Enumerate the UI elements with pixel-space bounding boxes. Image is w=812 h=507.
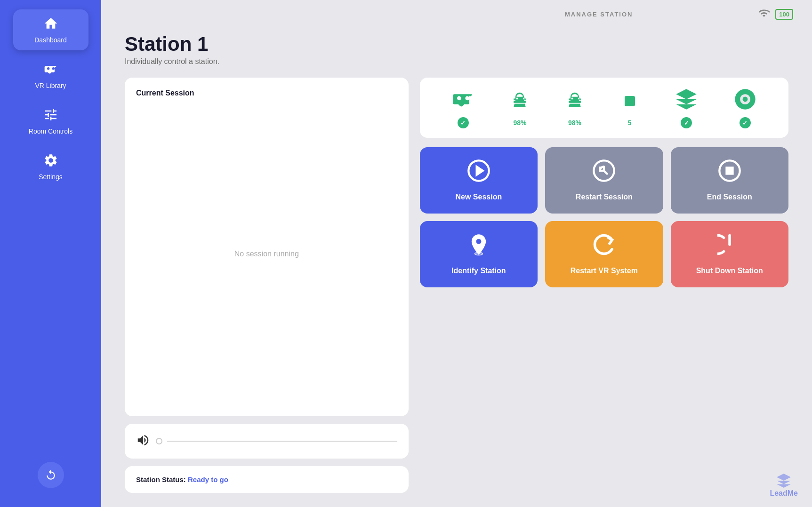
identify-station-label: Identify Station [451, 266, 506, 276]
volume-slider-container [156, 438, 397, 444]
shut-down-label: Shut Down Station [696, 266, 763, 276]
sidebar-item-settings-label: Settings [39, 173, 63, 181]
page-header: Station 1 Individually control a station… [125, 33, 788, 66]
svg-point-3 [742, 97, 748, 102]
power-icon [717, 232, 742, 260]
volume-card [125, 424, 409, 459]
topbar: MANAGE STATION 100 [101, 0, 812, 28]
headset-icon [451, 87, 475, 113]
restart-vr-label: Restart VR System [571, 266, 638, 276]
sidebar-item-dashboard-label: Dashboard [34, 36, 67, 44]
volume-icon [136, 433, 150, 449]
wifi-icon [758, 8, 770, 21]
tracker-count: 5 [628, 119, 632, 127]
sidebar-item-settings[interactable]: Settings [13, 146, 88, 187]
tracker-indicator: 5 [619, 89, 640, 127]
vr-ready-status: ✓ [681, 117, 692, 128]
steam-icon [733, 87, 757, 113]
play-icon [466, 158, 491, 186]
status-indicators-card: ✓ 98% [420, 78, 788, 138]
sidebar-item-vr-library-label: VR Library [35, 82, 66, 89]
stop-icon [717, 158, 742, 186]
station-status-text: Station Status: Ready to go [136, 475, 397, 483]
controller2-icon [564, 89, 585, 115]
action-buttons: New Session Restart Session [420, 147, 788, 287]
battery-indicator: 100 [775, 9, 793, 20]
identify-station-button[interactable]: Identify Station [420, 221, 538, 287]
location-icon [466, 232, 491, 260]
page-content: Station 1 Individually control a station… [101, 28, 812, 507]
restart-icon [592, 158, 616, 186]
topbar-icons: 100 [758, 8, 793, 21]
volume-track[interactable] [167, 441, 397, 442]
vr-ready-icon [674, 87, 699, 113]
leadme-logo: LeadMe [770, 472, 798, 498]
shut-down-button[interactable]: Shut Down Station [671, 221, 788, 287]
station-status-value: Ready to go [188, 475, 228, 483]
battery-value: 100 [779, 11, 789, 18]
svg-marker-5 [476, 166, 482, 174]
volume-thumb[interactable] [156, 438, 162, 444]
page-title: Station 1 [125, 33, 788, 55]
controller1-indicator: 98% [509, 89, 530, 127]
vr-icon [43, 62, 58, 79]
steam-status: ✓ [740, 117, 751, 128]
svg-rect-8 [726, 168, 732, 174]
current-session-card: Current Session No session running [125, 78, 409, 416]
steam-check-icon: ✓ [740, 117, 751, 128]
headset-status: ✓ [458, 117, 469, 128]
sidebar-item-dashboard[interactable]: Dashboard [13, 9, 88, 50]
right-panel: ✓ 98% [420, 78, 788, 493]
left-panel: Current Session No session running [125, 78, 409, 493]
sidebar: Dashboard VR Library Room Controls Setti… [0, 0, 101, 507]
vr-ready-indicator: ✓ [674, 87, 699, 128]
svg-point-9 [474, 252, 482, 255]
end-session-button[interactable]: End Session [671, 147, 788, 214]
controller2-battery: 98% [568, 119, 581, 127]
tracker-icon [619, 89, 640, 115]
leadme-logo-text: LeadMe [770, 489, 798, 498]
controller1-battery: 98% [513, 119, 526, 127]
restart-vr-icon [592, 232, 616, 260]
home-icon [43, 16, 58, 33]
logout-button[interactable] [38, 462, 64, 488]
restart-session-label: Restart Session [576, 192, 633, 202]
sidebar-item-room-controls[interactable]: Room Controls [13, 101, 88, 142]
restart-session-button[interactable]: Restart Session [545, 147, 663, 214]
sidebar-item-room-controls-label: Room Controls [29, 127, 72, 135]
end-session-label: End Session [707, 192, 752, 202]
headset-check-icon: ✓ [458, 117, 469, 128]
sidebar-bottom [0, 462, 101, 498]
new-session-label: New Session [455, 192, 502, 202]
no-session-text: No session running [136, 103, 397, 405]
new-session-button[interactable]: New Session [420, 147, 538, 214]
controller1-icon [509, 89, 530, 115]
headset-indicator: ✓ [451, 87, 475, 128]
controller2-indicator: 98% [564, 89, 585, 127]
restart-vr-button[interactable]: Restart VR System [545, 221, 663, 287]
vr-ready-check-icon: ✓ [681, 117, 692, 128]
sliders-icon [43, 107, 58, 125]
content-grid: Current Session No session running [125, 78, 788, 493]
station-status-label: Station Status: [136, 475, 186, 483]
sidebar-item-vr-library[interactable]: VR Library [13, 55, 88, 96]
svg-rect-0 [625, 96, 635, 106]
page-section-title: MANAGE STATION [439, 11, 758, 18]
station-status-card: Station Status: Ready to go [125, 466, 409, 493]
current-session-label: Current Session [136, 89, 397, 97]
page-subtitle: Individually control a station. [125, 57, 788, 66]
gear-icon [43, 153, 58, 170]
main-content: MANAGE STATION 100 Station 1 Individuall… [101, 0, 812, 507]
steam-indicator: ✓ [733, 87, 757, 128]
